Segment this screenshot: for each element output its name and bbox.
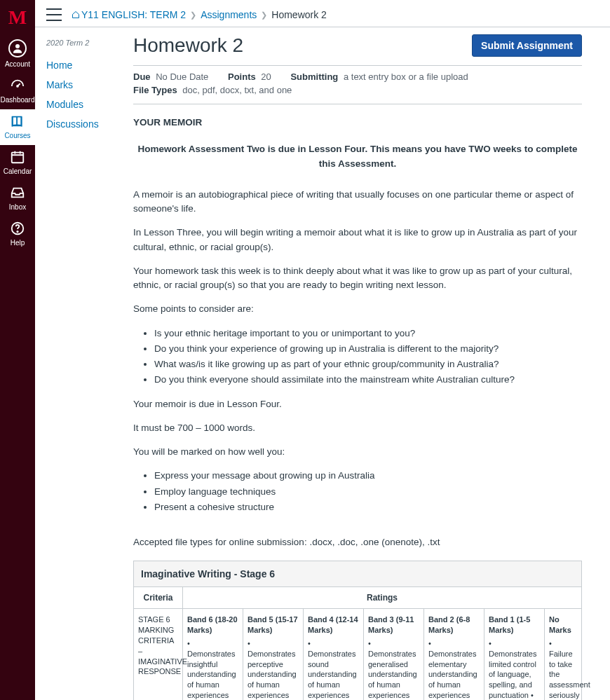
course-nav-home[interactable]: Home — [46, 55, 123, 75]
due-label: Due — [133, 71, 151, 82]
points-label: Points — [228, 71, 256, 82]
submitting-label: Submitting — [290, 71, 338, 82]
nav-account[interactable]: Account — [0, 35, 35, 74]
dashboard-icon — [10, 78, 25, 93]
nav-help[interactable]: Help — [0, 217, 35, 252]
list-item: Is your ethnic heritage important to you… — [154, 327, 582, 341]
memoir-heading: YOUR MEMOIR — [133, 116, 582, 130]
list-item: What was/is it like growing up as part o… — [154, 357, 582, 371]
hamburger-icon[interactable] — [46, 8, 62, 21]
points-value: 20 — [261, 71, 271, 82]
svg-rect-2 — [12, 153, 24, 163]
list-item: Do you think your experience of growing … — [154, 342, 582, 356]
rubric-title: Imaginative Writing - Stage 6 — [134, 561, 581, 587]
consider-list: Is your ethnic heritage important to you… — [154, 327, 582, 387]
course-nav-modules[interactable]: Modules — [46, 95, 123, 114]
calendar-icon — [10, 149, 25, 165]
body-p4: Some points to consider are: — [133, 302, 582, 316]
body-p5: Your memoir is due in Lesson Four. — [133, 397, 582, 411]
breadcrumb-current: Homework 2 — [271, 9, 327, 20]
criterion-cell: STAGE 6 MARKING CRITERIA – IMAGINATIVE R… — [134, 609, 183, 700]
submitting-value: a text entry box or a file upload — [344, 71, 468, 82]
nav-dashboard[interactable]: Dashboard — [0, 74, 35, 109]
body-p2: In Lesson Three, you will begin writing … — [133, 226, 582, 254]
marked-list: Express your message about growing up in… — [154, 469, 582, 514]
assignment-description: YOUR MEMOIR Homework Assessment Two is d… — [133, 104, 582, 549]
nav-calendar[interactable]: Calendar — [0, 145, 35, 181]
nav-inbox[interactable]: Inbox — [0, 181, 35, 217]
rating-cell: No Marks • Failure to take the assessmen… — [545, 609, 581, 700]
list-item: Present a cohesive structure — [154, 500, 582, 514]
chevron-right-icon: ❯ — [261, 11, 267, 20]
filetypes-label: File Types — [133, 85, 177, 95]
filetypes-value: doc, pdf, docx, txt, and one — [182, 85, 292, 95]
rating-cell: Band 1 (1-5 Marks) • Demonstrates limite… — [484, 609, 545, 700]
assignment-content: Homework 2 Submit Assignment Due No Due … — [133, 27, 610, 700]
body-p7: You will be marked on how well you: — [133, 445, 582, 459]
banner-text: Homework Assessment Two is due in Lesson… — [133, 142, 582, 171]
svg-point-0 — [15, 44, 20, 48]
body-p6: It must be 700 – 1000 words. — [133, 421, 582, 435]
breadcrumb: Y11 ENGLISH: TERM 2 ❯ Assignments ❯ Home… — [72, 9, 327, 20]
rating-cell: Band 4 (12-14 Marks) • Demonstrates soun… — [304, 609, 364, 700]
assignment-title: Homework 2 — [133, 34, 243, 57]
list-item: Express your message about growing up in… — [154, 469, 582, 483]
inbox-icon — [10, 185, 25, 200]
criteria-header: Criteria — [134, 587, 183, 608]
global-nav: M Account Dashboard Courses Calendar Inb… — [0, 0, 35, 700]
list-item: Do you think everyone should assimilate … — [154, 373, 582, 387]
due-value: No Due Date — [156, 71, 208, 82]
body-p3: Your homework task this week is to think… — [133, 264, 582, 293]
rating-cell: Band 5 (15-17 Marks) • Demonstrates perc… — [243, 609, 304, 700]
courses-icon — [10, 114, 25, 129]
topbar: Y11 ENGLISH: TERM 2 ❯ Assignments ❯ Home… — [35, 0, 610, 27]
help-icon — [10, 221, 25, 236]
rubric-row: STAGE 6 MARKING CRITERIA – IMAGINATIVE R… — [134, 609, 581, 700]
svg-point-1 — [17, 85, 18, 87]
course-term: 2020 Term 2 — [46, 39, 123, 47]
breadcrumb-course[interactable]: Y11 ENGLISH: TERM 2 — [81, 9, 186, 20]
course-nav-discussions[interactable]: Discussions — [46, 114, 123, 134]
rating-cell: Band 6 (18-20 Marks) • Demonstrates insi… — [183, 609, 243, 700]
body-p1: A memoir is an autobiographical piece of… — [133, 188, 582, 217]
nav-courses[interactable]: Courses — [0, 109, 35, 145]
submit-assignment-button[interactable]: Submit Assignment — [472, 34, 582, 57]
rubric-table: Imaginative Writing - Stage 6 Criteria R… — [133, 561, 582, 700]
logo[interactable]: M — [0, 0, 35, 35]
rating-cell: Band 2 (6-8 Marks) • Demonstrates elemen… — [424, 609, 484, 700]
home-icon — [72, 11, 80, 19]
course-nav-marks[interactable]: Marks — [46, 75, 123, 95]
rating-cell: Band 3 (9-11 Marks) • Demonstrates gener… — [364, 609, 424, 700]
breadcrumb-assignments[interactable]: Assignments — [201, 9, 257, 20]
chevron-right-icon: ❯ — [190, 11, 196, 20]
svg-point-4 — [17, 231, 18, 232]
course-nav: 2020 Term 2 Home Marks Modules Discussio… — [46, 39, 123, 134]
assignment-meta: Due No Due Date Points 20 Submitting a t… — [133, 65, 582, 104]
list-item: Employ language techniques — [154, 485, 582, 499]
avatar-icon — [8, 39, 27, 57]
body-p8: Accepted file types for online submissio… — [133, 535, 582, 549]
ratings-header: Ratings — [183, 587, 581, 608]
